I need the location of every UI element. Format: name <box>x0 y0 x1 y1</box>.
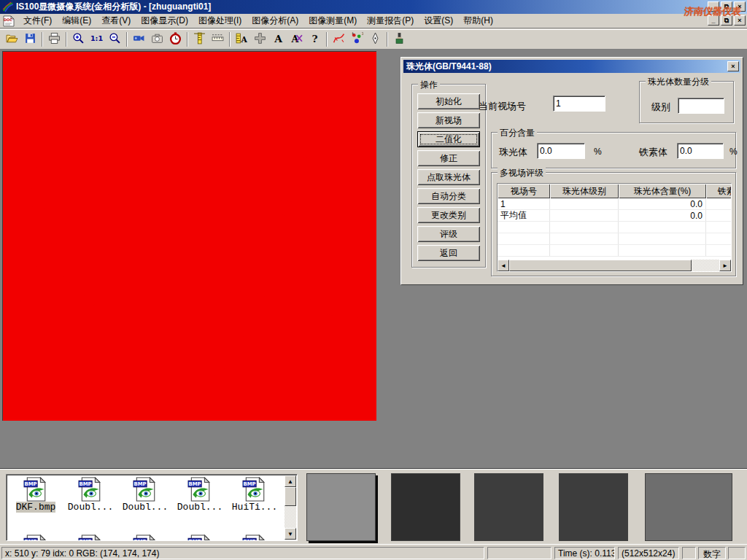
image-thumbnail[interactable] <box>559 473 628 541</box>
scrollbar-track[interactable] <box>692 260 719 271</box>
dialog-close-button[interactable]: × <box>727 61 739 71</box>
file-list-scrollbar[interactable]: ▲ ▼ <box>285 475 296 540</box>
menu-item-help[interactable]: 帮助(H) <box>458 13 498 28</box>
ruler-icon <box>212 32 224 47</box>
pen-button[interactable] <box>366 31 384 48</box>
timer-button[interactable] <box>166 31 185 48</box>
table-row[interactable] <box>498 233 731 245</box>
binarize-button[interactable]: 二值化 <box>417 131 480 147</box>
table-header-col-2[interactable]: 珠光体含量(%) <box>619 184 706 198</box>
file-item[interactable]: BMP <box>119 534 171 541</box>
actual-size-button[interactable]: 1:1 <box>88 31 106 48</box>
menu-item-measure-report[interactable]: 测量报告(P) <box>362 13 419 28</box>
count-grade-group: 珠光体数量分级 级别 <box>639 81 734 123</box>
menu-item-image-process[interactable]: 图像处理(I) <box>193 13 247 28</box>
scroll-down-button[interactable]: ▼ <box>285 528 296 540</box>
svg-text:A: A <box>241 34 248 44</box>
file-item[interactable]: BMPDoubl... <box>174 477 226 513</box>
file-item[interactable]: BMPDKF.bmp <box>9 477 62 513</box>
print-icon <box>48 32 61 47</box>
file-item[interactable]: BMP <box>9 534 62 541</box>
grading-table: 视场号珠光体级别珠光体含量(%)铁素体含量(%) 10.0平均值0.0 ◄ ► <box>497 183 732 272</box>
file-item[interactable]: BMP <box>228 534 281 541</box>
file-item[interactable]: BMP <box>64 534 117 541</box>
table-header-col-1[interactable]: 珠光体级别 <box>550 184 619 198</box>
multi-field-grading-group: 多视场评级 视场号珠光体级别珠光体含量(%)铁素体含量(%) 10.0平均值0.… <box>491 172 736 276</box>
text-delete-button[interactable]: A <box>287 31 306 48</box>
menu-item-view[interactable]: 查看(V) <box>96 13 136 28</box>
grade-button[interactable]: 评级 <box>417 226 480 242</box>
pearlite-value-input[interactable] <box>537 143 585 159</box>
auto-classify-button[interactable]: 自动分类 <box>417 188 480 204</box>
zoom-out-button[interactable] <box>106 31 124 48</box>
current-field-label: 当前视场号 <box>479 100 526 113</box>
table-header-col-0[interactable]: 视场号 <box>498 184 550 198</box>
save-icon <box>24 32 36 47</box>
ferrite-value-input[interactable] <box>677 143 724 159</box>
micrograph-image[interactable] <box>2 51 376 421</box>
dialog-title-bar[interactable]: 珠光体(GB/T9441-88) × <box>403 60 740 73</box>
change-class-button[interactable]: 更改类别 <box>417 207 480 223</box>
menu-item-settings[interactable]: 设置(S) <box>419 13 458 28</box>
table-cell <box>706 210 732 221</box>
save-button[interactable] <box>21 31 39 48</box>
file-item[interactable]: BMPDoubl... <box>119 477 171 513</box>
print-button[interactable] <box>45 31 63 48</box>
current-field-input[interactable] <box>553 96 605 112</box>
scrollbar-thumb[interactable] <box>509 260 692 271</box>
ruler-text-button[interactable]: A <box>233 31 251 48</box>
image-thumbnail[interactable] <box>391 473 460 541</box>
caliper-icon <box>193 32 206 47</box>
menu-item-image-display[interactable]: 图像显示(D) <box>136 13 193 28</box>
menu-item-file[interactable]: 文件(F) <box>18 13 57 28</box>
file-name: DKF.bmp <box>16 502 56 513</box>
table-row[interactable]: 10.0 <box>498 198 731 210</box>
table-header-col-3[interactable]: 铁素体含量(%) <box>706 184 732 198</box>
mode-panel: 数字 <box>698 547 726 559</box>
image-thumbnail[interactable] <box>645 473 732 541</box>
return-button[interactable]: 返回 <box>417 245 480 261</box>
menu-item-image-measure[interactable]: 图像测量(M) <box>303 13 362 28</box>
zoom-in-button[interactable] <box>69 31 88 48</box>
scroll-up-button[interactable]: ▲ <box>285 475 296 487</box>
file-item[interactable]: BMPDoubl... <box>64 477 117 513</box>
table-cell <box>498 233 550 244</box>
curve-measure-button[interactable] <box>330 31 348 48</box>
svg-text:?: ? <box>311 32 317 44</box>
count-points-button[interactable]: 31 <box>348 31 366 48</box>
image-thumbnail[interactable] <box>306 473 376 541</box>
initialize-button[interactable]: 初始化 <box>417 93 480 109</box>
scrollbar-thumb[interactable] <box>285 487 296 506</box>
toolbar-separator <box>66 32 67 47</box>
ferrite-unit: % <box>729 147 738 157</box>
menu-item-edit[interactable]: 编辑(E) <box>57 13 96 28</box>
new-field-button[interactable]: 新视场 <box>417 112 480 128</box>
camera-button[interactable] <box>148 31 166 48</box>
correct-button[interactable]: 修正 <box>417 150 480 166</box>
pick-pearlite-button[interactable]: 点取珠光体 <box>417 169 480 185</box>
file-item[interactable]: BMP <box>174 534 226 541</box>
file-list[interactable]: BMPBMPBMPBMPBMPBMPHuiTi...BMPDoubl...BMP… <box>6 474 298 541</box>
help-icon: ? <box>309 32 321 47</box>
table-row[interactable]: 平均值0.0 <box>498 210 731 222</box>
table-row[interactable] <box>498 222 731 233</box>
scroll-right-button[interactable]: ► <box>719 260 731 271</box>
help-button[interactable]: ? <box>306 31 324 48</box>
move-button[interactable] <box>251 31 269 48</box>
ruler-button[interactable] <box>209 31 227 48</box>
count-grade-group-label: 珠光体数量分级 <box>646 76 711 88</box>
menu-item-image-analysis[interactable]: 图像分析(A) <box>247 13 303 28</box>
brush-button[interactable] <box>390 31 409 48</box>
scroll-left-button[interactable]: ◄ <box>498 260 509 271</box>
caliper-button[interactable] <box>190 31 209 48</box>
open-button[interactable] <box>3 31 21 48</box>
file-item[interactable]: BMPHuiTi... <box>228 477 281 513</box>
video-camera-button[interactable] <box>130 31 148 48</box>
image-thumbnail[interactable] <box>474 473 543 541</box>
table-cell <box>550 222 619 233</box>
text-button[interactable]: A <box>269 31 287 48</box>
level-input[interactable] <box>678 98 724 114</box>
table-row[interactable] <box>498 245 731 257</box>
pearlite-unit: % <box>594 147 602 157</box>
table-horizontal-scrollbar[interactable]: ◄ ► <box>498 260 731 271</box>
